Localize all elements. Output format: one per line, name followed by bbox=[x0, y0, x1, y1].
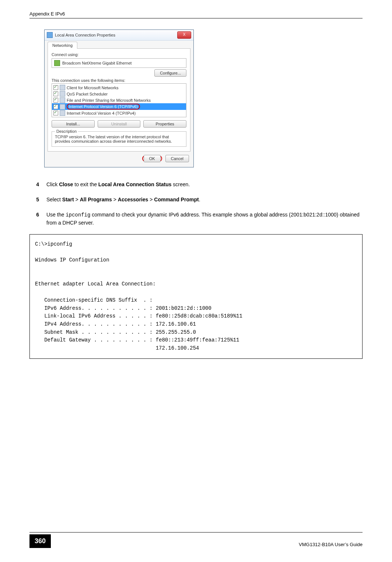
ipconfig-output: C:\>ipconfig Windows IP Configuration Et… bbox=[29, 234, 363, 359]
share-icon bbox=[60, 97, 65, 103]
ok-button[interactable]: OK bbox=[144, 155, 161, 162]
list-item[interactable]: File and Printer Sharing for Microsoft N… bbox=[52, 97, 186, 103]
list-item[interactable]: Internet Protocol Version 4 (TCP/IPv4) bbox=[52, 110, 186, 116]
close-icon[interactable]: X bbox=[177, 31, 191, 39]
step-text: Click Close to exit the Local Area Conne… bbox=[46, 181, 363, 188]
checkbox-icon[interactable] bbox=[53, 111, 58, 115]
adapter-name: Broadcom NetXtreme Gigabit Ethernet bbox=[62, 61, 132, 65]
list-item[interactable]: Client for Microsoft Networks bbox=[52, 84, 186, 91]
footer-guide-title: VMG1312-B10A User’s Guide bbox=[299, 542, 363, 548]
protocol-icon bbox=[60, 104, 65, 110]
step-number: 5 bbox=[29, 196, 39, 204]
connection-properties-dialog: Local Area Connection Properties X Netwo… bbox=[44, 30, 194, 167]
connect-using-label: Connect using: bbox=[52, 52, 186, 57]
nic-icon bbox=[47, 32, 53, 38]
items-list: Client for Microsoft Networks QoS Packet… bbox=[52, 83, 186, 117]
adapter-icon bbox=[54, 60, 60, 66]
page-number: 360 bbox=[29, 534, 51, 548]
description-group: Description TCP/IP version 6. The latest… bbox=[52, 131, 186, 147]
list-item-selected[interactable]: Internet Protocol Version 6 (TCP/IPv6) bbox=[52, 103, 186, 110]
protocol-icon bbox=[60, 110, 65, 116]
qos-icon bbox=[60, 91, 65, 97]
tab-networking[interactable]: Networking bbox=[48, 42, 77, 49]
step-text: Select Start > All Programs > Accessorie… bbox=[46, 196, 363, 204]
dialog-title-text: Local Area Connection Properties bbox=[55, 33, 115, 37]
adapter-field: Broadcom NetXtreme Gigabit Ethernet bbox=[52, 58, 186, 68]
ipconfig-command: ipconfig bbox=[66, 212, 90, 218]
checkbox-icon[interactable] bbox=[53, 91, 58, 96]
install-button[interactable]: Install... bbox=[52, 120, 95, 128]
configure-button[interactable]: Configure... bbox=[154, 69, 186, 77]
step-6: 6 Use the ipconfig command to check your… bbox=[29, 211, 363, 227]
page-header: Appendix E IPv6 bbox=[29, 11, 363, 18]
uses-items-label: This connection uses the following items… bbox=[52, 78, 186, 83]
checkbox-icon[interactable] bbox=[53, 85, 58, 90]
step-number: 6 bbox=[29, 211, 39, 227]
page-footer: 360 VMG1312-B10A User’s Guide bbox=[29, 534, 363, 548]
uninstall-button: Uninstall bbox=[98, 120, 141, 128]
footer-divider bbox=[29, 532, 363, 532]
step-number: 4 bbox=[29, 181, 39, 188]
list-item[interactable]: QoS Packet Scheduler bbox=[52, 91, 186, 97]
checkbox-icon[interactable] bbox=[53, 98, 58, 103]
highlight-oval-ok: OK bbox=[142, 155, 162, 162]
checkbox-icon[interactable] bbox=[53, 104, 58, 109]
cancel-button[interactable]: Cancel bbox=[165, 155, 189, 162]
highlight-oval: Internet Protocol Version 6 (TCP/IPv6) bbox=[67, 104, 140, 110]
step-5: 5 Select Start > All Programs > Accessor… bbox=[29, 196, 363, 204]
description-label: Description bbox=[55, 129, 78, 133]
properties-button[interactable]: Properties bbox=[143, 120, 186, 128]
description-text: TCP/IP version 6. The latest version of … bbox=[55, 135, 172, 143]
client-icon bbox=[60, 85, 65, 90]
header-left: Appendix E IPv6 bbox=[29, 11, 65, 17]
step-text: Use the ipconfig command to check your d… bbox=[46, 211, 363, 227]
step-4: 4 Click Close to exit the Local Area Con… bbox=[29, 181, 363, 188]
dialog-titlebar: Local Area Connection Properties X bbox=[45, 30, 193, 41]
